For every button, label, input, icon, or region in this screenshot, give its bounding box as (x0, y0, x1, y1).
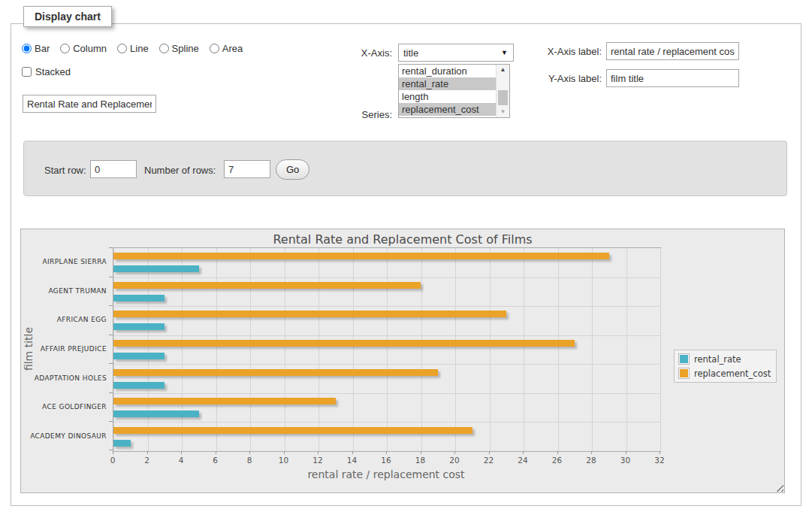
x-tick-mark (113, 451, 113, 454)
category-label: AFRICAN EGG (21, 305, 107, 335)
x-axis-select[interactable]: title ▼ (398, 44, 514, 62)
series-option-rental_rate[interactable]: rental_rate (399, 77, 497, 90)
y-axis-label-input[interactable] (606, 69, 739, 87)
bar-rental_rate (113, 440, 131, 447)
bar-replacement_cost (113, 253, 609, 259)
series-multiselect[interactable]: rental_durationrental_ratelengthreplacem… (398, 64, 510, 118)
x-tick-mark (660, 451, 660, 454)
bar-group-academy-dinosaur (113, 422, 660, 451)
x-tick-label: 16 (375, 456, 397, 465)
x-tick-label: 18 (409, 456, 432, 465)
bar-rental_rate (113, 411, 199, 417)
bar-rental_rate (113, 353, 165, 359)
chart-x-ticks (113, 451, 660, 454)
legend-item-rental_rate: rental_rate (678, 353, 771, 365)
chart-title-input[interactable] (23, 95, 156, 113)
x-tick-mark (626, 451, 626, 454)
chart-type-radio-column[interactable] (60, 44, 70, 53)
x-axis-select-label: X-Axis: (317, 47, 392, 59)
x-tick-label: 0 (101, 456, 124, 465)
bar-rental_rate (113, 295, 165, 301)
y-axis-label-field-label: Y-Axis label: (527, 73, 602, 84)
go-button[interactable]: Go (276, 159, 309, 180)
chart-type-radio-label: Spline (172, 43, 199, 54)
x-axis-label-input[interactable] (606, 42, 739, 60)
x-tick-mark (352, 451, 353, 454)
series-option-replacement_cost[interactable]: replacement_cost (399, 103, 497, 116)
start-row-input[interactable] (90, 160, 137, 178)
x-tick-mark (284, 451, 285, 454)
chart-type-option-column: Column (60, 43, 107, 54)
scroll-up-icon[interactable]: ▲ (497, 65, 509, 75)
x-tick-mark (557, 451, 558, 454)
fieldset-legend: Display chart (23, 6, 112, 27)
chart-type-option-area: Area (210, 43, 243, 54)
bar-replacement_cost (113, 427, 472, 434)
start-row-label: Start row: (44, 165, 86, 176)
row-range-panel: Start row: Number of rows: Go (23, 141, 787, 196)
chart-type-radio-line[interactable] (117, 44, 127, 53)
resize-handle-icon[interactable] (774, 482, 783, 492)
x-tick-mark (489, 451, 490, 454)
stacked-label: Stacked (35, 66, 71, 77)
bar-replacement_cost (113, 369, 438, 376)
bar-group-african-egg (113, 306, 660, 335)
series-select-label: Series: (317, 109, 392, 120)
legend-swatch-rental_rate (678, 353, 690, 365)
x-tick-mark (523, 451, 524, 454)
bar-replacement_cost (113, 311, 506, 317)
x-tick-label: 4 (170, 456, 192, 465)
scroll-down-icon[interactable]: ▼ (497, 107, 509, 117)
series-option-length[interactable]: length (399, 90, 497, 103)
bar-rental_rate (113, 265, 199, 272)
chart-x-tick-labels: 02468101214161820222426283032 (113, 456, 660, 466)
chart-type-radio-label: Bar (35, 43, 50, 54)
chart-legend: rental_ratereplacement_cost (674, 350, 777, 383)
chart-type-radio-bar[interactable] (22, 44, 32, 53)
x-tick-label: 6 (204, 456, 227, 465)
chart-type-radio-spline[interactable] (159, 44, 169, 53)
category-label: ACE GOLDFINGER (21, 392, 107, 422)
stacked-row: Stacked (22, 66, 71, 77)
bar-replacement_cost (113, 282, 421, 289)
series-option-rental_duration[interactable]: rental_duration (399, 65, 497, 77)
bar-group-adaptation-holes (113, 364, 660, 393)
number-of-rows-input[interactable] (224, 160, 270, 178)
chevron-down-icon: ▼ (501, 49, 508, 56)
bar-replacement_cost (113, 398, 336, 404)
x-axis-selected-value: title (403, 47, 418, 59)
gridline-vertical (660, 248, 661, 451)
x-tick-mark (421, 451, 421, 454)
x-tick-label: 12 (306, 456, 329, 465)
page: Display chart BarColumnLineSplineArea St… (0, 0, 812, 512)
chart-type-option-bar: Bar (22, 43, 50, 54)
chart-type-radio-area[interactable] (210, 44, 219, 53)
category-label: AIRPLANE SIERRA (21, 247, 107, 277)
chart-container: Rental Rate and Replacement Cost of Film… (20, 229, 785, 493)
x-tick-label: 28 (580, 456, 602, 465)
bar-rental_rate (113, 382, 165, 389)
x-axis-label-field-label: X-Axis label: (527, 46, 602, 57)
bar-group-ace-goldfinger (113, 393, 660, 423)
chart-title: Rental Rate and Replacement Cost of Film… (21, 232, 784, 247)
bar-group-airplane-sierra (113, 248, 660, 277)
bar-group-agent-truman (113, 277, 660, 307)
x-tick-mark (147, 451, 148, 454)
chart-plot-area (113, 247, 661, 452)
chart-type-option-spline: Spline (159, 43, 199, 54)
category-label: AGENT TRUMAN (21, 277, 107, 306)
scrollbar[interactable]: ▲ ▼ (496, 65, 509, 117)
stacked-checkbox[interactable] (22, 67, 32, 77)
x-tick-label: 24 (512, 456, 534, 465)
legend-label: rental_rate (694, 354, 741, 365)
x-tick-label: 10 (273, 456, 295, 465)
x-tick-mark (386, 451, 387, 454)
scrollbar-thumb[interactable] (498, 90, 508, 105)
series-options: rental_durationrental_ratelengthreplacem… (399, 65, 497, 117)
bar-replacement_cost (113, 340, 575, 347)
chart-x-axis-title: rental rate / replacement cost (113, 468, 660, 480)
x-tick-mark (591, 451, 592, 454)
x-tick-label: 32 (648, 456, 671, 465)
category-label: ACADEMY DINOSAUR (21, 421, 107, 450)
bar-rental_rate (113, 323, 165, 330)
